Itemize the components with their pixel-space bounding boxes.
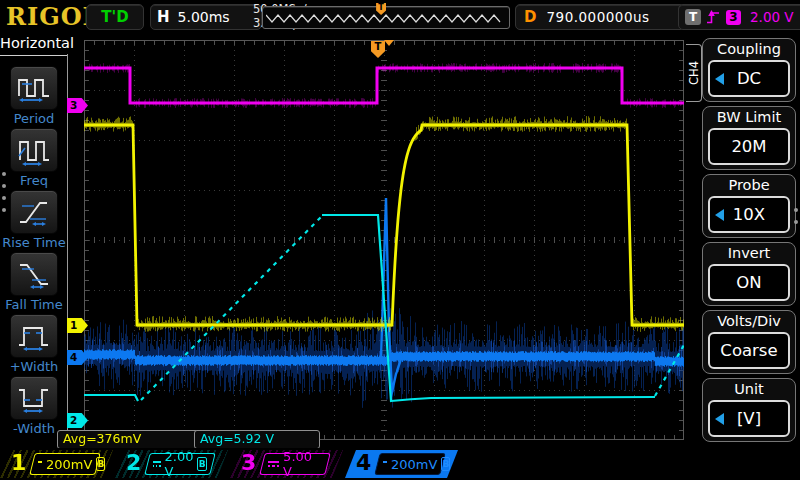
menu-item-label: Volts/Div <box>703 311 795 332</box>
preview-waveform <box>266 11 504 24</box>
menu-item-label: BW Limit <box>703 107 795 128</box>
d-label: D <box>524 8 536 26</box>
menu-item-value: [V] <box>737 409 761 428</box>
delay-box[interactable]: D 790.000000us <box>515 4 685 30</box>
menu-item-value: Coarse <box>720 341 777 360</box>
left-menu-title: Horizontal <box>0 32 68 56</box>
bw-limit-icon: B <box>441 457 450 471</box>
channel-volts: 200mV <box>391 457 437 472</box>
bw-limit-icon: B <box>197 457 207 471</box>
left-menu-item-label: Freq <box>20 173 48 188</box>
dc-coupling-icon <box>383 461 387 467</box>
plus-width-icon <box>10 314 58 358</box>
menu-item-label: Probe <box>703 175 795 196</box>
menu-item-value: DC <box>737 69 761 88</box>
right-menu-item-probe[interactable]: Probe10X <box>702 174 796 238</box>
channel-number: 3 <box>241 450 256 476</box>
channel-volts: 2.00 V <box>165 449 194 479</box>
channel-block-3[interactable]: 35.00 V <box>230 450 343 478</box>
right-menu-item-volts-div[interactable]: Volts/DivCoarse <box>702 310 796 374</box>
left-menu-item-width[interactable]: -Width <box>0 376 68 437</box>
left-menu-item-fall-time[interactable]: Fall Time <box>0 252 68 313</box>
rise-time-icon <box>10 190 58 234</box>
t-label: T <box>685 9 701 25</box>
right-menu-scroll-dots <box>794 208 798 224</box>
channel-volts: 200mV <box>46 457 92 472</box>
freq-icon <box>10 128 58 172</box>
left-menu-divider <box>67 54 68 460</box>
minus-width-icon <box>10 376 58 420</box>
left-menu-item-label: +Width <box>10 359 59 374</box>
right-menu-item-bw-limit[interactable]: BW Limit20M <box>702 106 796 170</box>
trigger-position-tick <box>384 40 394 51</box>
channel-number: 1 <box>11 450 26 476</box>
bw-limit-icon: B <box>96 457 105 471</box>
dc-coupling-icon <box>268 461 279 467</box>
trigger-source-badge: 3 <box>726 10 741 25</box>
top-bar: RIGOL T'D H 5.00ms 50.0MSa/s 3.00M pts T… <box>0 0 800 32</box>
waveform-preview[interactable]: T <box>262 6 510 29</box>
menu-item-value: 20M <box>731 137 766 156</box>
left-menu-item-label: Rise Time <box>2 235 65 250</box>
left-menu-item-freq[interactable]: Freq <box>0 128 68 189</box>
option-arrow-icon <box>715 413 724 425</box>
option-arrow-icon <box>715 209 724 221</box>
trigger-status-badge: T'D <box>86 4 144 30</box>
left-menu: Horizontal PeriodFreqRise TimeFall Time+… <box>0 32 68 448</box>
menu-item-label: Unit <box>703 379 795 400</box>
channel-block-2[interactable]: 22.00 VB <box>115 450 228 478</box>
channel-number: 4 <box>356 450 371 476</box>
fall-time-icon <box>10 252 58 296</box>
channel-number: 2 <box>126 450 141 476</box>
trigger-level-value: 2.00 V <box>750 9 794 25</box>
left-menu-item-width[interactable]: +Width <box>0 314 68 375</box>
delay-value: 790.000000us <box>546 9 649 25</box>
menu-item-label: Coupling <box>703 39 795 60</box>
menu-item-label: Invert <box>703 243 795 264</box>
left-menu-item-rise-time[interactable]: Rise Time <box>0 190 68 251</box>
menu-item-value: 10X <box>733 205 765 224</box>
right-menu-item-unit[interactable]: Unit[V] <box>702 378 796 442</box>
channel-volts: 5.00 V <box>283 449 322 479</box>
left-menu-item-period[interactable]: Period <box>0 66 68 127</box>
right-menu-item-coupling[interactable]: CouplingDC <box>702 38 796 102</box>
left-menu-item-label: Period <box>14 111 55 126</box>
waveform-grid <box>84 40 684 440</box>
dc-coupling-icon <box>153 461 161 467</box>
right-menu-tab: CH4 <box>686 44 702 102</box>
channel-block-1[interactable]: 1200mVB <box>0 450 113 478</box>
measurement-readout-2: Avg=5.92 V <box>194 430 320 449</box>
left-menu-item-label: Fall Time <box>5 297 62 312</box>
timebase-box[interactable]: H 5.00ms <box>150 4 262 30</box>
oscilloscope-screen: RIGOL T'D H 5.00ms 50.0MSa/s 3.00M pts T… <box>0 0 800 480</box>
channel-block-4[interactable]: 4200mVB <box>345 450 458 478</box>
bottom-bar: 1200mVB22.00 VB35.00 V4200mVB <box>0 448 800 480</box>
h-label: H <box>157 8 170 26</box>
timebase-value: 5.00ms <box>178 9 230 25</box>
left-menu-scroll-dots <box>2 172 6 212</box>
period-icon <box>10 66 58 110</box>
right-menu-item-invert[interactable]: InvertON <box>702 242 796 306</box>
waveform-display <box>84 40 684 440</box>
option-arrow-icon <box>715 73 724 85</box>
left-menu-item-label: -Width <box>13 421 55 436</box>
right-menu: CouplingDCBW Limit20MProbe10XInvertONVol… <box>702 38 796 446</box>
trigger-slope-rising-icon <box>706 9 721 25</box>
dc-coupling-icon <box>38 461 42 467</box>
measurement-readout-1: Avg=376mV <box>57 430 203 449</box>
menu-item-value: ON <box>736 273 761 292</box>
trigger-info-box[interactable]: T 3 2.00 V <box>678 4 800 30</box>
